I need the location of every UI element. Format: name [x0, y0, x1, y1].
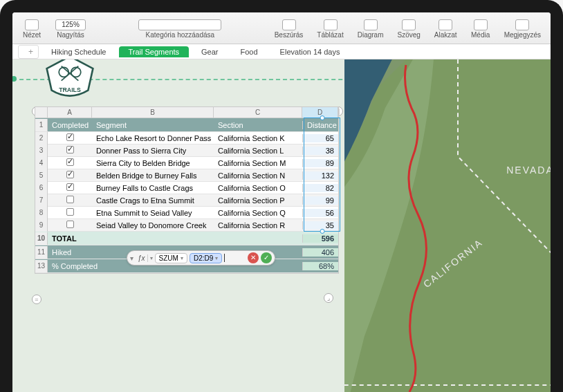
toolbar: Nézet 125% Nagyítás Kategória hozzáadása…	[12, 12, 551, 44]
cell-distance[interactable]: 89	[302, 159, 338, 167]
pct-value[interactable]: 68%	[302, 262, 338, 270]
checkbox-icon[interactable]	[66, 221, 74, 228]
zoom-control[interactable]: 125% Nagyítás	[48, 14, 93, 44]
cell-completed[interactable]	[48, 133, 92, 142]
checkbox-icon[interactable]	[66, 183, 74, 191]
total-row: 10 TOTAL 596	[35, 232, 338, 245]
tab-elevation[interactable]: Elevation 14 days	[270, 46, 350, 57]
cancel-formula-button[interactable]: ✕	[248, 252, 259, 263]
cell-completed[interactable]	[48, 146, 92, 155]
cell-distance[interactable]: 35	[302, 221, 338, 230]
chart-icon	[364, 19, 378, 30]
col-a[interactable]: A	[48, 107, 92, 118]
chart-button[interactable]: Diagram	[351, 14, 391, 44]
hiked-label[interactable]: Hiked	[48, 248, 92, 256]
hdr-completed[interactable]: Completed	[48, 121, 92, 129]
cell-distance[interactable]: 82	[302, 184, 338, 192]
cell-segment[interactable]: Burney Falls to Castle Crags	[92, 184, 214, 192]
add-category-button[interactable]: Kategória hozzáadása	[124, 14, 235, 44]
cell-section[interactable]: California Section Q	[214, 209, 302, 217]
media-icon	[474, 19, 488, 30]
add-row-handle[interactable]: =	[32, 295, 41, 304]
formula-editor[interactable]: ▾ ƒx ▾ SZUM▾ D2:D9▾ ✕ ✓	[127, 250, 275, 265]
spreadsheet[interactable]: A B C D 1 Completed Segment Section Dist…	[35, 106, 339, 274]
cell-segment[interactable]: Etna Summit to Seiad Valley	[92, 209, 214, 217]
table-resize-handle[interactable]: ⌟	[324, 293, 333, 303]
badge-text: TRAILS	[59, 86, 81, 93]
hdr-segment[interactable]: Segment	[92, 121, 214, 129]
total-value[interactable]: 596	[302, 234, 338, 243]
accept-formula-button[interactable]: ✓	[261, 252, 272, 263]
cell-section[interactable]: California Section P	[214, 196, 302, 205]
function-pill[interactable]: SZUM▾	[155, 253, 187, 263]
table-row: 5 Belden Bridge to Burney Falls Californ…	[35, 169, 338, 182]
insert-button[interactable]: Beszúrás	[268, 14, 311, 44]
add-sheet-button[interactable]: +	[18, 45, 39, 59]
cell-distance[interactable]: 38	[302, 147, 338, 155]
cell-segment[interactable]: Belden Bridge to Burney Falls	[92, 171, 214, 180]
hiked-value[interactable]: 406	[302, 248, 338, 256]
header-row: 1 Completed Segment Section Distance	[35, 118, 338, 132]
table-button[interactable]: Táblázat	[310, 14, 350, 44]
table-icon	[324, 19, 338, 30]
cell-distance[interactable]: 56	[302, 209, 338, 217]
view-button[interactable]: Nézet	[15, 14, 48, 44]
cell-distance[interactable]: 99	[302, 196, 338, 205]
cell-completed[interactable]	[48, 196, 92, 205]
comment-button[interactable]: Megjegyzés	[497, 14, 548, 44]
list-icon	[138, 19, 221, 30]
hdr-section[interactable]: Section	[214, 121, 302, 129]
cell-segment[interactable]: Seiad Valley to Donomore Creek	[92, 221, 214, 230]
cell-segment[interactable]: Castle Crags to Etna Summit	[92, 196, 214, 205]
cell-section[interactable]: California Section M	[214, 159, 302, 167]
cell-section[interactable]: California Section O	[214, 184, 302, 192]
table-row: 9 Seiad Valley to Donomore Creek Califor…	[35, 219, 338, 232]
checkbox-icon[interactable]	[66, 133, 74, 141]
cell-completed[interactable]	[48, 183, 92, 192]
checkbox-icon[interactable]	[66, 146, 74, 153]
checkbox-icon[interactable]	[66, 171, 74, 178]
checkbox-icon[interactable]	[66, 208, 74, 216]
map[interactable]: NEVADA CALIFORNIA	[344, 59, 551, 392]
text-button[interactable]: Szöveg	[391, 14, 427, 44]
cell-completed[interactable]	[48, 158, 92, 167]
cell-completed[interactable]	[48, 221, 92, 230]
row-col-corner[interactable]	[35, 107, 48, 118]
cell-segment[interactable]: Echo Lake Resort to Donner Pass	[92, 134, 214, 142]
canvas[interactable]: TRAILS ○ ‖ = ⌟ A B C D 1 Completed Segme…	[12, 59, 551, 392]
table-row: 6 Burney Falls to Castle Crags Californi…	[35, 182, 338, 194]
media-button[interactable]: Média	[464, 14, 497, 44]
cell-section[interactable]: California Section K	[214, 134, 302, 142]
cell-section[interactable]: California Section R	[214, 221, 302, 230]
tab-segments[interactable]: Trail Segments	[119, 46, 190, 57]
cell-distance[interactable]: 132	[302, 171, 338, 180]
text-icon	[402, 19, 416, 30]
nevada-label: NEVADA	[506, 165, 551, 176]
col-c[interactable]: C	[214, 107, 302, 118]
range-pill[interactable]: D2:D9▾	[190, 253, 222, 263]
guide-handle[interactable]	[12, 76, 17, 82]
cell-completed[interactable]	[48, 171, 92, 180]
trails-badge[interactable]: TRAILS	[39, 59, 101, 99]
total-label[interactable]: TOTAL	[48, 234, 92, 243]
zoom-value: 125%	[55, 19, 86, 30]
checkbox-icon[interactable]	[66, 158, 74, 166]
col-b[interactable]: B	[92, 107, 214, 118]
cell-section[interactable]: California Section N	[214, 171, 302, 180]
cell-completed[interactable]	[48, 208, 92, 217]
cell-segment[interactable]: Sierra City to Belden Bridge	[92, 159, 214, 167]
shape-button[interactable]: Alakzat	[427, 14, 464, 44]
tab-gear[interactable]: Gear	[192, 46, 228, 57]
table-row: 3 Donner Pass to Sierra City California …	[35, 144, 338, 157]
col-d[interactable]: D	[302, 107, 338, 118]
insert-label: Beszúrás	[275, 31, 304, 39]
table-row: 4 Sierra City to Belden Bridge Californi…	[35, 157, 338, 169]
checkbox-icon[interactable]	[66, 196, 74, 203]
tab-hiking[interactable]: Hiking Schedule	[41, 46, 116, 57]
hdr-distance[interactable]: Distance	[302, 121, 338, 129]
cell-section[interactable]: California Section L	[214, 147, 302, 155]
cell-segment[interactable]: Donner Pass to Sierra City	[92, 147, 214, 155]
tab-food[interactable]: Food	[231, 46, 268, 57]
cell-distance[interactable]: 65	[302, 134, 338, 142]
table-label: Táblázat	[317, 31, 343, 39]
